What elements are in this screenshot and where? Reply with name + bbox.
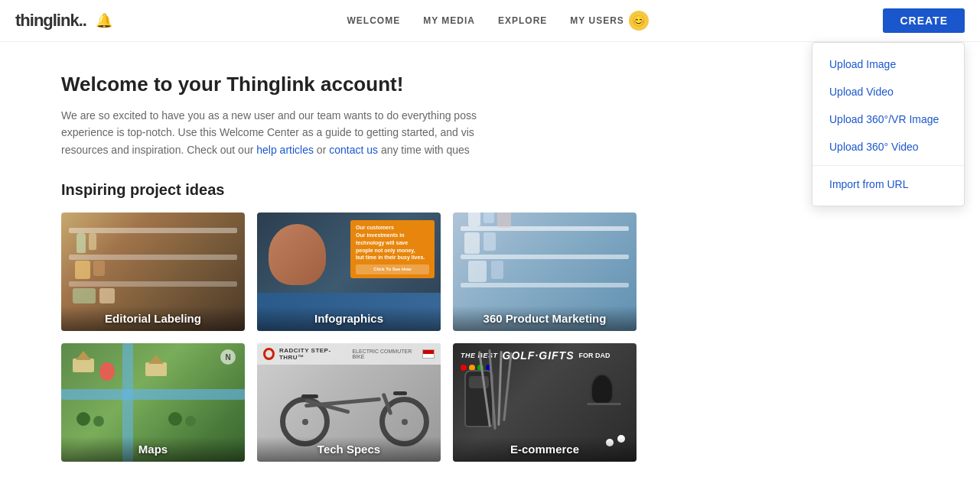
flag [422, 349, 435, 359]
club-4 [503, 352, 512, 421]
bag-top [469, 376, 489, 388]
dot-red [461, 365, 467, 371]
roof-2 [148, 355, 164, 364]
tree-3 [168, 412, 182, 426]
golf-header: THE BEST GOLF·GIFTS FOR DAD [461, 349, 629, 362]
prod-3 [497, 213, 511, 228]
bike-banner: RADCITY STEP-THRU™ ELECTRIC COMMUTER BIK… [257, 343, 441, 365]
inspiring-projects-title: Inspiring project ideas [61, 181, 780, 199]
shelf-360-2 [461, 255, 629, 259]
shelf-360-1 [461, 226, 629, 231]
user-avatar[interactable]: 😊 [629, 11, 649, 31]
front-hub [402, 419, 408, 425]
bottle-2 [89, 233, 96, 250]
tree-2 [93, 416, 104, 427]
dropdown-upload-360vr[interactable]: Upload 360°/VR Image [812, 105, 964, 133]
prod-1 [468, 213, 480, 226]
road-h [61, 389, 245, 400]
rear-hub [302, 419, 308, 425]
nav-explore[interactable]: EXPLORE [498, 15, 547, 26]
card-tech-specs[interactable]: RADCITY STEP-THRU™ ELECTRIC COMMUTER BIK… [257, 343, 441, 462]
person-face [269, 224, 326, 285]
card-360-product[interactable]: 360 Product Marketing [453, 213, 637, 331]
prod-2 [483, 213, 494, 223]
dropdown-divider [812, 165, 964, 166]
handlebar [393, 391, 407, 395]
prod-7 [491, 261, 503, 279]
bottle-1 [77, 233, 86, 253]
house-1 [73, 359, 94, 372]
header: thinglink.. 🔔 WELCOME MY MEDIA EXPLORE M… [0, 0, 980, 42]
jar-1 [75, 261, 90, 279]
tree-4 [185, 416, 196, 427]
brand-text: RADCITY STEP-THRU™ [279, 347, 348, 361]
help-articles-link[interactable]: help articles [256, 144, 314, 156]
nav-welcome[interactable]: WELCOME [347, 15, 401, 26]
shelf-360-3 [461, 283, 629, 287]
roof-1 [76, 351, 91, 360]
prod-5 [483, 232, 496, 251]
dropdown-import-url[interactable]: Import from URL [812, 170, 964, 198]
cta-button: Click To See How [356, 264, 429, 274]
bell-icon[interactable]: 🔔 [96, 12, 112, 29]
card-maps[interactable]: N Maps [61, 343, 245, 462]
nav-my-users-area: MY USERS 😊 [570, 11, 648, 31]
logo: thinglink.. [15, 11, 86, 31]
nav-my-media[interactable]: MY MEDIA [423, 15, 475, 26]
house-2 [145, 362, 167, 376]
club-3 [497, 351, 502, 426]
dropdown-upload-video[interactable]: Upload Video [812, 78, 964, 105]
dropdown-upload-360video[interactable]: Upload 360° Video [812, 133, 964, 161]
welcome-text-3: any time with ques [381, 144, 470, 156]
brand-sub: ELECTRIC COMMUTER BIKE [352, 349, 417, 359]
container-1 [73, 288, 96, 303]
shelf-3 [69, 281, 237, 287]
card-360-label: 360 Product Marketing [453, 306, 637, 331]
accessories [587, 374, 625, 420]
prod-4 [464, 232, 480, 254]
brand-icon [263, 348, 275, 360]
info-block: Our customersOur investments intechnolog… [350, 220, 435, 277]
create-dropdown: Upload Image Upload Video Upload 360°/VR… [812, 42, 965, 206]
welcome-title: Welcome to your Thinglink account! [61, 73, 780, 96]
card-maps-label: Maps [61, 436, 245, 462]
tree-1 [77, 412, 90, 426]
golf-sub: FOR DAD [579, 352, 610, 359]
balloon [99, 362, 115, 381]
nav-my-users[interactable]: MY USERS [570, 15, 623, 26]
seat [301, 394, 318, 398]
main-content: Welcome to your Thinglink account! We ar… [0, 42, 842, 477]
compass: N [220, 349, 236, 365]
shelf-1 [69, 228, 237, 233]
card-infographics-label: Infographics [257, 306, 441, 331]
card-ecommerce-label: E-commerce [453, 436, 637, 462]
card-techspecs-label: Tech Specs [257, 436, 441, 462]
golf-name: GOLF·GIFTS [503, 349, 575, 362]
create-button[interactable]: CREATE [883, 8, 965, 33]
cap-brim [587, 403, 621, 405]
card-editorial-label: Editorial Labeling [61, 306, 245, 331]
dropdown-upload-image[interactable]: Upload Image [812, 50, 964, 78]
project-grid: Editorial Labeling Our customersOur inve… [61, 213, 780, 462]
main-nav: WELCOME MY MEDIA EXPLORE MY USERS 😊 [347, 11, 649, 31]
contact-us-link[interactable]: contact us [329, 144, 378, 156]
container-2 [99, 288, 115, 303]
card-infographics[interactable]: Our customersOur investments intechnolog… [257, 213, 441, 331]
shelf-2 [69, 255, 237, 260]
jar-2 [93, 261, 105, 276]
prod-6 [468, 261, 487, 282]
card-editorial-labeling[interactable]: Editorial Labeling [61, 213, 245, 331]
header-right: CREATE [883, 8, 965, 33]
welcome-desc: We are so excited to have you as a new u… [61, 107, 482, 158]
card-ecommerce[interactable]: THE BEST GOLF·GIFTS FOR DAD [453, 343, 637, 462]
welcome-text-2: or [317, 144, 329, 156]
header-left: thinglink.. 🔔 [15, 11, 112, 31]
golf-cap [591, 374, 614, 404]
